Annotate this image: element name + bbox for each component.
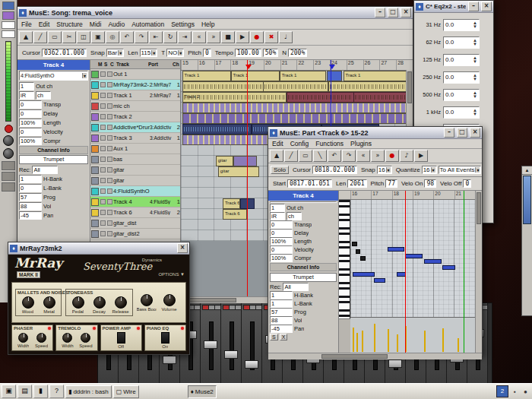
solo-dot[interactable]	[107, 71, 112, 77]
scissors-tool-icon[interactable]: ✂	[62, 31, 76, 43]
mrray-titlebar[interactable]: ♦ MrRay73mk2 ×	[8, 242, 189, 255]
solo-dot[interactable]	[107, 146, 112, 151]
velocity-bar[interactable]	[374, 324, 375, 352]
snap-select[interactable]: 16▾	[377, 166, 392, 174]
track-select[interactable]: Track 4	[17, 60, 90, 70]
help-icon[interactable]: ?	[49, 385, 64, 398]
spin-down-icon[interactable]: ▼	[473, 25, 477, 29]
strip-button[interactable]	[214, 305, 221, 310]
velocity-value[interactable]: 0	[19, 128, 42, 136]
solo-dot[interactable]	[107, 199, 112, 204]
mute-dot[interactable]	[100, 210, 106, 215]
playhead-line[interactable]	[247, 60, 248, 296]
snap-select[interactable]: Bar▾	[106, 49, 124, 57]
velocity-lane[interactable]	[350, 317, 475, 353]
spin-down-icon[interactable]: ▼	[473, 78, 477, 81]
velocity-bar[interactable]	[458, 338, 459, 352]
menu-audio[interactable]: Audio	[108, 21, 125, 28]
menu-config[interactable]: Config	[290, 140, 309, 147]
track-row[interactable]: gitar	[90, 165, 180, 176]
velocity-bar[interactable]	[356, 333, 358, 352]
mute-dot[interactable]	[100, 220, 106, 226]
mute-dot[interactable]	[100, 188, 106, 194]
menu-edit[interactable]: Edit	[272, 140, 283, 147]
part[interactable]	[182, 103, 410, 113]
transp-value[interactable]: 0	[19, 100, 42, 109]
solo-dot[interactable]	[107, 231, 112, 236]
track-row[interactable]: Track 64:FluidSy2	[90, 207, 180, 218]
part[interactable]	[182, 124, 252, 135]
menu-help[interactable]: Help	[201, 21, 214, 28]
velocity-bar[interactable]	[424, 331, 426, 352]
band-value-box[interactable]: 0.0▲▼	[443, 36, 480, 49]
part[interactable]: Track 1	[344, 71, 410, 81]
piano-keyboard[interactable]	[339, 200, 350, 318]
close-button[interactable]: ×	[470, 128, 480, 138]
panel-button-s[interactable]: S	[270, 334, 278, 340]
solo-dot[interactable]	[107, 125, 112, 130]
minimize-button[interactable]: –	[468, 2, 479, 11]
bass-boost-knob[interactable]	[141, 294, 153, 306]
scrollbar-thumb[interactable]	[477, 192, 481, 224]
note-canvas[interactable]	[350, 200, 475, 317]
panel-button-x[interactable]: X	[280, 334, 288, 340]
glue-tool-icon[interactable]: ◫	[77, 31, 90, 43]
track-row[interactable]: Addictive*Drums3:Addictiv2	[90, 122, 180, 133]
menu-plugins[interactable]: Plugins	[350, 140, 372, 147]
pitch-box[interactable]: 77	[385, 179, 397, 188]
strip-button[interactable]	[194, 305, 201, 310]
out-ch-value[interactable]: 1	[270, 204, 285, 212]
track-row[interactable]: mic ch	[90, 101, 180, 112]
step-record-icon[interactable]: ●	[385, 150, 399, 162]
part[interactable]: Track 1	[182, 71, 232, 81]
pencil-tool-icon[interactable]: ╱	[33, 31, 47, 43]
zoom-v-box[interactable]: 200%	[288, 49, 307, 57]
scrollbar-thumb[interactable]	[523, 176, 531, 224]
len-box[interactable]: 2061	[347, 179, 366, 188]
input-route-select[interactable]: iR	[270, 212, 285, 220]
velocity-value[interactable]: 0	[270, 245, 293, 254]
release-knob[interactable]	[115, 296, 127, 309]
maximize-button[interactable]: □	[388, 8, 398, 17]
spin-down-icon[interactable]: ▼	[473, 95, 477, 99]
output-port-select[interactable]: 4:FluidSynthO▾	[270, 201, 337, 203]
track-row[interactable]: Track 12:MrRay71	[90, 90, 180, 101]
solo-dot[interactable]	[107, 178, 112, 183]
tray-icon-2[interactable]: ●	[521, 387, 530, 397]
stop-icon[interactable]: ■	[221, 31, 235, 43]
apply-to-select[interactable]: To All Events▾	[439, 166, 482, 174]
power-switch[interactable]	[161, 332, 169, 344]
part[interactable]: gitar	[218, 166, 259, 177]
undo-icon[interactable]: ↶	[120, 31, 134, 43]
power-switch[interactable]	[117, 332, 125, 344]
record-indicator[interactable]	[5, 125, 13, 133]
transp-value[interactable]: 0	[270, 220, 293, 229]
spinner-icons[interactable]: ▲▼	[473, 21, 477, 29]
menu-functions[interactable]: Functions	[315, 140, 344, 147]
len-select[interactable]: 115▾	[140, 49, 158, 57]
fader-knob[interactable]	[204, 340, 217, 349]
part[interactable]	[327, 71, 342, 81]
mixer-channel-strip[interactable]	[201, 303, 221, 385]
strip-button[interactable]	[255, 305, 262, 310]
solo-dot[interactable]	[107, 135, 112, 141]
delay-value[interactable]: 0	[270, 229, 293, 237]
midi-note[interactable]	[360, 256, 366, 261]
velocity-bar[interactable]	[388, 329, 389, 352]
part[interactable]: Track 1	[280, 71, 326, 81]
mixer-channel-strip[interactable]	[242, 303, 262, 385]
strip-value-box[interactable]	[2, 21, 15, 29]
solo-dot[interactable]	[107, 167, 112, 173]
redo-icon[interactable]: ↷	[342, 150, 356, 162]
strip-icon-blue[interactable]	[2, 2, 14, 10]
track-row[interactable]: Track 44:FluidSy1	[90, 197, 180, 207]
task-button-wire[interactable]: ▢Wire	[113, 385, 139, 398]
speed-knob[interactable]	[81, 333, 90, 343]
gain-knob[interactable]	[3, 148, 14, 159]
spin-down-icon[interactable]: ▼	[473, 60, 477, 64]
track-row[interactable]: Track 2	[90, 112, 180, 122]
track-row[interactable]: gitar_dist2	[90, 229, 180, 239]
track-row[interactable]: Aux 1	[90, 144, 180, 154]
scrollbar-thumb[interactable]	[407, 71, 412, 103]
eraser-tool-icon[interactable]: ▭	[299, 150, 312, 162]
